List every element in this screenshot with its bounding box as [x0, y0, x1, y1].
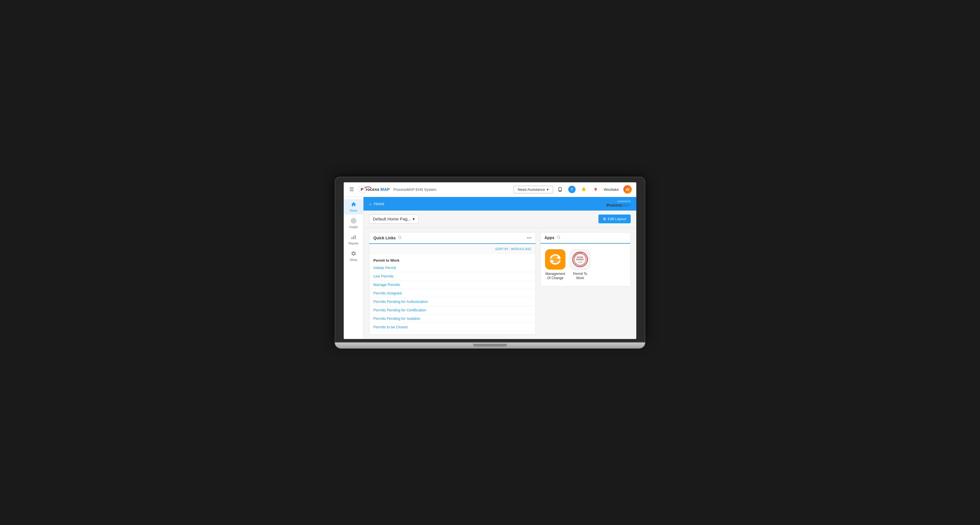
selector-chevron-icon: ▾	[413, 216, 415, 222]
hamburger-icon[interactable]: ☰	[348, 185, 355, 194]
edit-layout-icon: ⊞	[603, 217, 606, 221]
quick-link-live-permits[interactable]: Live Permits	[369, 272, 536, 281]
svg-point-6	[560, 191, 560, 191]
top-navbar: ☰ P rocess MAP	[344, 182, 636, 197]
apps-header: Apps	[541, 233, 630, 244]
laptop-base	[335, 343, 645, 349]
screen-bezel: ☰ P rocess MAP	[335, 177, 645, 343]
page-selector[interactable]: Default Home Pag... ▾	[369, 214, 418, 224]
quick-link-permits-assigned[interactable]: Permits Assigned	[369, 289, 536, 298]
setup-icon	[351, 251, 356, 258]
svg-point-13	[557, 236, 560, 238]
sort-bar: SORT BY : MODULE ASC	[369, 244, 536, 254]
svg-rect-11	[353, 236, 354, 239]
insight-icon	[351, 218, 356, 225]
nav-icons: ? Westlake W	[556, 185, 632, 194]
logo-area: P rocess MAP ProcessMAP EHS System	[358, 186, 436, 194]
logo-svg: P rocess MAP	[358, 186, 390, 194]
app-name-label: ProcessMAP EHS System	[393, 187, 436, 192]
breadcrumb-bar: ⌂ Home powered by ProcessMAP	[363, 197, 636, 211]
svg-text:★ ★ ★: ★ ★ ★	[578, 262, 582, 263]
sidebar-item-home[interactable]: Home	[344, 199, 363, 214]
svg-rect-10	[351, 237, 352, 240]
quick-links-title: Quick Links	[373, 236, 396, 240]
powered-logo: ProcessMAP	[606, 203, 631, 208]
quick-link-initiate-permit[interactable]: Initiate Permit	[369, 263, 536, 272]
assistance-label: Need Assistance	[518, 187, 545, 192]
laptop-notch	[473, 344, 507, 347]
quick-links-header: Quick Links •••	[369, 233, 536, 244]
svg-line-14	[560, 238, 560, 239]
quick-links-title-area: Quick Links	[373, 235, 402, 240]
apps-title: Apps	[544, 235, 554, 240]
powered-by-area: powered by ProcessMAP	[606, 200, 631, 208]
permit-group-header: Permit to Work	[369, 257, 536, 263]
widgets-area: Quick Links ••• SORT BY : MODULE ASC	[363, 228, 636, 339]
help-icon[interactable]: ?	[568, 186, 576, 193]
ptw-app-label: Permit To Work	[570, 272, 590, 281]
quick-links-more-icon[interactable]: •••	[527, 235, 531, 241]
quick-link-permits-to-be-closed[interactable]: Permits to be Closed	[369, 323, 536, 331]
apps-search-icon[interactable]	[557, 235, 561, 240]
sidebar-item-setup[interactable]: Setup	[344, 248, 363, 263]
apps-widget: Apps	[540, 232, 631, 287]
page-selector-text: Default Home Pag...	[373, 216, 411, 221]
apps-content: Management Of Change	[541, 244, 630, 286]
laptop-container: ☰ P rocess MAP	[335, 177, 645, 349]
phone-icon[interactable]	[556, 186, 564, 193]
breadcrumb-home-icon: ⌂	[369, 201, 371, 206]
sidebar: Home Insight Reports	[344, 197, 363, 339]
apps-title-area: Apps	[544, 235, 561, 240]
quick-links-widget: Quick Links ••• SORT BY : MODULE ASC	[369, 232, 536, 335]
ptw-icon: WORK PERMIT ★ ★ ★ AUTHORIZ	[570, 249, 590, 270]
bell-icon[interactable]	[580, 186, 587, 193]
sort-text[interactable]: SORT BY : MODULE ASC	[495, 247, 531, 251]
assistance-button[interactable]: Need Assistance ▾	[514, 186, 553, 194]
assistance-chevron-icon: ▾	[547, 187, 549, 192]
powered-logo-process: Process	[606, 203, 622, 208]
quick-links-content: Permit to Work Initiate Permit Live Perm…	[369, 254, 536, 334]
app-item-moc[interactable]: Management Of Change	[545, 249, 565, 281]
quick-link-permits-pending-cert[interactable]: Permits Pending for Certification	[369, 306, 536, 314]
sidebar-item-insight[interactable]: Insight	[344, 216, 363, 231]
svg-text:PERMIT: PERMIT	[576, 259, 584, 260]
svg-text:WORK: WORK	[577, 256, 584, 258]
edit-layout-button[interactable]: ⊞ Edit Layout	[598, 214, 631, 223]
home-icon	[351, 201, 356, 209]
moc-svg	[549, 253, 562, 266]
ptw-svg: WORK PERMIT ★ ★ ★ AUTHORIZ	[572, 251, 589, 268]
location-label: Westlake	[604, 187, 619, 192]
quick-links-search-icon[interactable]	[398, 235, 402, 240]
page-header: Default Home Pag... ▾ ⊞ Edit Layout	[363, 211, 636, 228]
processmap-logo: P rocess MAP	[358, 186, 390, 194]
main-body: Home Insight Reports	[344, 197, 636, 339]
svg-rect-5	[559, 188, 561, 191]
svg-text:P: P	[361, 187, 363, 192]
content-area: ⌂ Home powered by ProcessMAP	[363, 197, 636, 339]
sidebar-home-label: Home	[350, 209, 357, 212]
app-wrapper: ☰ P rocess MAP	[344, 182, 636, 339]
sidebar-insight-label: Insight	[349, 225, 358, 228]
app-item-ptw[interactable]: WORK PERMIT ★ ★ ★ AUTHORIZ	[570, 249, 590, 281]
sidebar-item-reports[interactable]: Reports	[344, 232, 363, 247]
sidebar-reports-label: Reports	[348, 242, 358, 245]
reports-icon	[351, 234, 356, 241]
quick-link-permits-pending-auth[interactable]: Permits Pending for Authorization	[369, 298, 536, 306]
moc-icon	[545, 249, 565, 270]
svg-point-9	[353, 220, 354, 221]
location-icon	[592, 186, 599, 193]
breadcrumb-text: Home	[374, 201, 384, 206]
powered-logo-map: MAP	[622, 203, 631, 208]
quick-link-permits-pending-isolation[interactable]: Permits Pending for Isolation	[369, 314, 536, 323]
breadcrumb-left: ⌂ Home	[369, 201, 384, 206]
powered-by-label: powered by	[606, 200, 631, 203]
edit-layout-label: Edit Layout	[608, 217, 626, 221]
laptop-screen: ☰ P rocess MAP	[344, 182, 636, 339]
svg-rect-12	[355, 235, 356, 239]
moc-app-label: Management Of Change	[545, 272, 565, 281]
svg-text:MAP: MAP	[380, 187, 390, 192]
svg-text:rocess: rocess	[366, 187, 379, 192]
quick-link-manage-permits[interactable]: Manage Permits	[369, 281, 536, 289]
user-avatar[interactable]: W	[623, 185, 632, 194]
sidebar-setup-label: Setup	[350, 258, 357, 262]
